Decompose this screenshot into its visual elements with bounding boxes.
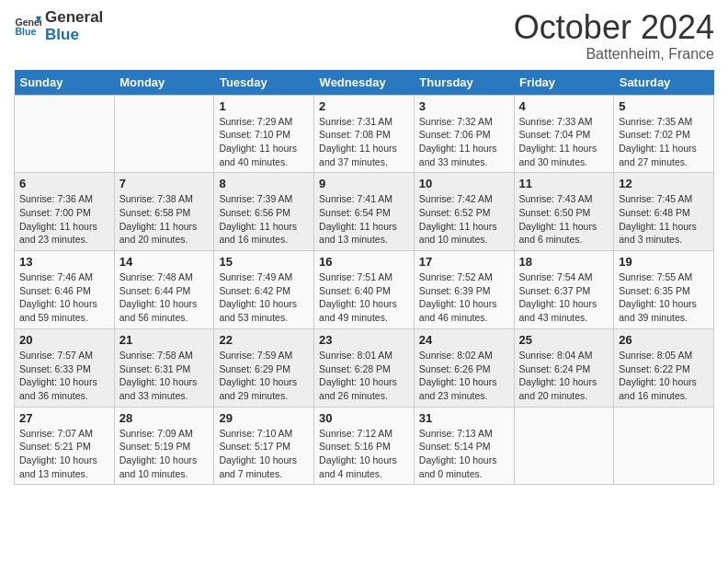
location: Battenheim, France: [514, 46, 714, 63]
sunrise-time: Sunrise: 7:36 AM: [19, 193, 93, 204]
calendar-cell: 28 Sunrise: 7:09 AM Sunset: 5:19 PM Dayl…: [114, 407, 214, 485]
week-row-1: 1 Sunrise: 7:29 AM Sunset: 7:10 PM Dayli…: [15, 95, 714, 173]
daylight-hours: Daylight: 11 hours and 27 minutes.: [619, 143, 697, 167]
calendar-cell: 4 Sunrise: 7:33 AM Sunset: 7:04 PM Dayli…: [514, 95, 614, 173]
daylight-hours: Daylight: 11 hours and 40 minutes.: [219, 143, 297, 167]
sunrise-time: Sunrise: 7:51 AM: [319, 271, 392, 282]
sunrise-time: Sunrise: 7:10 AM: [219, 428, 292, 439]
day-info: Sunrise: 7:38 AM Sunset: 6:58 PM Dayligh…: [119, 192, 210, 247]
day-info: Sunrise: 7:51 AM Sunset: 6:40 PM Dayligh…: [319, 270, 409, 325]
day-number: 9: [319, 177, 409, 190]
calendar-cell: 9 Sunrise: 7:41 AM Sunset: 6:54 PM Dayli…: [314, 173, 415, 251]
sunrise-time: Sunrise: 7:55 AM: [619, 271, 692, 282]
daylight-hours: Daylight: 10 hours and 43 minutes.: [519, 298, 597, 323]
day-info: Sunrise: 7:45 AM Sunset: 6:48 PM Dayligh…: [619, 192, 709, 247]
day-number: 29: [219, 411, 309, 425]
day-number: 14: [119, 255, 210, 269]
sunrise-time: Sunrise: 7:43 AM: [519, 193, 593, 204]
header-monday: Monday: [114, 70, 214, 96]
sunrise-time: Sunrise: 7:13 AM: [419, 428, 493, 439]
day-number: 24: [419, 333, 509, 347]
sunrise-time: Sunrise: 7:48 AM: [119, 271, 193, 282]
sunset-time: Sunset: 6:58 PM: [119, 207, 191, 218]
sunrise-time: Sunrise: 8:05 AM: [619, 350, 692, 361]
week-row-5: 27 Sunrise: 7:07 AM Sunset: 5:21 PM Dayl…: [15, 407, 714, 485]
logo-blue: Blue: [45, 27, 103, 44]
day-number: 31: [419, 411, 509, 425]
calendar-cell: 24 Sunrise: 8:02 AM Sunset: 6:26 PM Dayl…: [414, 328, 514, 407]
sunrise-time: Sunrise: 7:38 AM: [119, 193, 193, 204]
sunset-time: Sunset: 6:50 PM: [519, 207, 591, 218]
week-row-4: 20 Sunrise: 7:57 AM Sunset: 6:33 PM Dayl…: [15, 328, 714, 407]
daylight-hours: Daylight: 10 hours and 39 minutes.: [619, 298, 697, 323]
calendar-cell: 16 Sunrise: 7:51 AM Sunset: 6:40 PM Dayl…: [314, 251, 415, 329]
sunset-time: Sunset: 5:14 PM: [419, 441, 491, 452]
day-info: Sunrise: 7:46 AM Sunset: 6:46 PM Dayligh…: [19, 270, 109, 325]
logo-general: General: [45, 9, 103, 27]
day-info: Sunrise: 7:39 AM Sunset: 6:56 PM Dayligh…: [219, 192, 309, 247]
header-tuesday: Tuesday: [214, 70, 314, 96]
daylight-hours: Daylight: 10 hours and 20 minutes.: [519, 376, 597, 401]
week-row-2: 6 Sunrise: 7:36 AM Sunset: 7:00 PM Dayli…: [15, 173, 714, 251]
day-number: 20: [19, 333, 109, 347]
day-info: Sunrise: 8:01 AM Sunset: 6:28 PM Dayligh…: [319, 349, 409, 403]
day-info: Sunrise: 8:04 AM Sunset: 6:24 PM Dayligh…: [519, 349, 609, 403]
calendar-cell: 2 Sunrise: 7:31 AM Sunset: 7:08 PM Dayli…: [314, 95, 415, 173]
daylight-hours: Daylight: 10 hours and 29 minutes.: [219, 376, 297, 401]
svg-text:Blue: Blue: [16, 26, 37, 37]
daylight-hours: Daylight: 11 hours and 13 minutes.: [319, 221, 397, 246]
calendar-cell: 31 Sunrise: 7:13 AM Sunset: 5:14 PM Dayl…: [414, 407, 514, 485]
calendar-cell: 25 Sunrise: 8:04 AM Sunset: 6:24 PM Dayl…: [514, 328, 614, 407]
day-number: 15: [219, 255, 309, 269]
sunrise-time: Sunrise: 7:59 AM: [219, 350, 292, 361]
day-number: 7: [119, 177, 210, 190]
sunset-time: Sunset: 5:17 PM: [219, 441, 290, 452]
sunset-time: Sunset: 6:28 PM: [319, 363, 391, 374]
sunset-time: Sunset: 7:04 PM: [519, 129, 591, 140]
sunset-time: Sunset: 6:31 PM: [119, 363, 191, 374]
sunset-time: Sunset: 7:10 PM: [219, 129, 290, 140]
sunset-time: Sunset: 6:26 PM: [419, 363, 491, 374]
header-thursday: Thursday: [414, 70, 514, 96]
calendar-cell: 6 Sunrise: 7:36 AM Sunset: 7:00 PM Dayli…: [15, 173, 115, 251]
calendar-cell: 1 Sunrise: 7:29 AM Sunset: 7:10 PM Dayli…: [214, 95, 314, 173]
sunrise-time: Sunrise: 7:33 AM: [519, 116, 593, 127]
header-friday: Friday: [514, 70, 614, 96]
sunset-time: Sunset: 5:19 PM: [119, 441, 191, 452]
sunrise-time: Sunrise: 7:46 AM: [19, 271, 93, 282]
day-info: Sunrise: 7:09 AM Sunset: 5:19 PM Dayligh…: [119, 427, 210, 481]
daylight-hours: Daylight: 10 hours and 49 minutes.: [319, 298, 397, 323]
daylight-hours: Daylight: 10 hours and 23 minutes.: [419, 376, 497, 401]
calendar-cell: 13 Sunrise: 7:46 AM Sunset: 6:46 PM Dayl…: [15, 251, 115, 329]
day-number: 16: [319, 255, 409, 269]
header-sunday: Sunday: [15, 70, 115, 96]
day-info: Sunrise: 7:33 AM Sunset: 7:04 PM Dayligh…: [519, 115, 609, 169]
daylight-hours: Daylight: 10 hours and 56 minutes.: [119, 298, 198, 323]
sunset-time: Sunset: 6:52 PM: [419, 207, 491, 218]
sunrise-time: Sunrise: 7:52 AM: [419, 271, 493, 282]
day-info: Sunrise: 8:02 AM Sunset: 6:26 PM Dayligh…: [419, 349, 509, 403]
calendar-cell: [614, 407, 714, 485]
sunrise-time: Sunrise: 8:04 AM: [519, 350, 593, 361]
calendar-cell: 23 Sunrise: 8:01 AM Sunset: 6:28 PM Dayl…: [314, 328, 415, 407]
sunset-time: Sunset: 7:08 PM: [319, 129, 391, 140]
calendar-cell: 20 Sunrise: 7:57 AM Sunset: 6:33 PM Dayl…: [15, 328, 115, 407]
daylight-hours: Daylight: 10 hours and 13 minutes.: [19, 454, 97, 479]
sunset-time: Sunset: 6:33 PM: [19, 363, 91, 374]
sunset-time: Sunset: 6:29 PM: [219, 363, 290, 374]
sunset-time: Sunset: 6:24 PM: [519, 363, 591, 374]
calendar-cell: 12 Sunrise: 7:45 AM Sunset: 6:48 PM Dayl…: [614, 173, 714, 251]
calendar-cell: 8 Sunrise: 7:39 AM Sunset: 6:56 PM Dayli…: [214, 173, 314, 251]
sunrise-time: Sunrise: 7:31 AM: [319, 116, 392, 127]
day-number: 1: [219, 99, 309, 113]
sunrise-time: Sunrise: 7:54 AM: [519, 271, 593, 282]
sunset-time: Sunset: 6:39 PM: [419, 285, 491, 296]
sunrise-time: Sunrise: 7:09 AM: [119, 428, 193, 439]
calendar-cell: 5 Sunrise: 7:35 AM Sunset: 7:02 PM Dayli…: [614, 95, 714, 173]
calendar-cell: 17 Sunrise: 7:52 AM Sunset: 6:39 PM Dayl…: [414, 251, 514, 329]
header-saturday: Saturday: [614, 70, 714, 96]
day-info: Sunrise: 7:48 AM Sunset: 6:44 PM Dayligh…: [119, 270, 210, 325]
daylight-hours: Daylight: 11 hours and 23 minutes.: [19, 221, 97, 246]
day-number: 21: [119, 333, 210, 347]
calendar-cell: 22 Sunrise: 7:59 AM Sunset: 6:29 PM Dayl…: [214, 328, 314, 407]
